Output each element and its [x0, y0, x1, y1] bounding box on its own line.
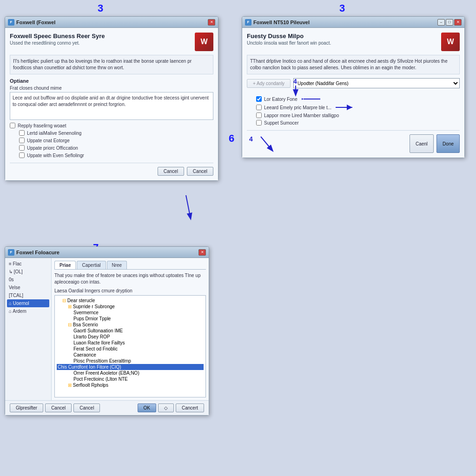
window1-checkgroup: Lertd iaiMalive Senenoling Uppate cnat E…	[19, 130, 213, 158]
window1-check4-label: Uppate priorc Officcation	[27, 145, 78, 151]
window-foxwell: F Foxwell (Foxwel ✕ Foxwell Speec Buness…	[5, 16, 218, 181]
tree-node2-5[interactable]: Caeraonce	[57, 352, 204, 358]
window3-content: ≡ Flac ↳ [OL] 0s Velse [TCAL] ⌂ Uoernol …	[5, 258, 209, 415]
tree-node2-4[interactable]: Ferat Sect od Fnoblic	[57, 346, 204, 352]
tree-node2-3[interactable]: Luaon Racte Ilore Failtys	[57, 340, 204, 346]
window2-caenl-btn[interactable]: Caenl	[410, 134, 434, 153]
tab-priae[interactable]: Priae	[54, 261, 76, 269]
window1-close-btn[interactable]: ✕	[208, 19, 215, 26]
window2-check3[interactable]	[256, 112, 262, 118]
window1-body-text: I'l's hertliplec puliert up tha bo lovei…	[10, 55, 213, 74]
tree-node2-1[interactable]: Gaortl Sultonaation IME	[57, 328, 204, 334]
window3-title-area: F Foxwel Foloacure	[8, 249, 60, 256]
sidebar-item-flac[interactable]: ≡ Flac	[7, 260, 49, 268]
window3-desc: That you make tlne of featore be unaces …	[54, 272, 206, 285]
window2-check2-label: Leeard Emely pric Marpre ble t...	[264, 105, 331, 110]
sidebar-item-uoernol[interactable]: ⌂ Uoernol	[7, 299, 49, 307]
window3-title: Foxwel Foloacure	[16, 250, 60, 255]
window-foxwel-foloacure: F Foxwel Foloacure ✕ ≡ Flac ↳ [OL] 0s Ve…	[5, 246, 209, 416]
svg-text:4: 4	[249, 135, 253, 143]
sidebar-item-0s[interactable]: 0s	[7, 276, 49, 284]
tab-capertial[interactable]: Capertial	[77, 261, 106, 269]
step-number-1: 3	[98, 2, 103, 14]
arrow-w1-buttons	[167, 195, 205, 223]
window1-check2-label: Lertd iaiMalive Senenoling	[27, 131, 81, 136]
window3-icon: F	[8, 249, 14, 256]
window1-check1[interactable]	[10, 123, 15, 128]
window1-cancel2-btn[interactable]: Cancel	[187, 167, 213, 176]
step-number-2: 3	[339, 2, 345, 14]
window2-main-title: Fuesty Dusse Milpo	[247, 33, 331, 40]
tree-node2-8[interactable]: Orrer Freent Aooletor (EBA;NO)	[57, 370, 204, 376]
window3-cancel1-btn[interactable]: Cancel	[45, 403, 72, 412]
sidebar-item-velse[interactable]: Velse	[7, 284, 49, 291]
tree-node1[interactable]: Dear sterucle	[57, 298, 204, 304]
tree-node3[interactable]: Serfloolt Rpholps	[57, 382, 204, 388]
window1-logo: W	[195, 33, 213, 51]
window1-check4[interactable]	[19, 145, 25, 151]
window2-content: Fuesty Dusse Milpo Unctolo iinsola wast …	[242, 28, 464, 158]
window3-diamond-btn[interactable]: ◇	[158, 403, 174, 412]
window2-check1-label: Lor Eatory Fone	[264, 97, 298, 102]
window2-body-text: TThant drlptive Inotico co and hand of d…	[247, 55, 460, 74]
window2-check4[interactable]	[256, 120, 262, 126]
svg-line-6	[261, 137, 272, 151]
tree-node1-1[interactable]: Suprride r Subronge	[57, 304, 204, 310]
tree-node2[interactable]: Bsa Scenrio	[57, 322, 204, 328]
window3-controls: ✕	[198, 249, 206, 256]
tree-node2-2[interactable]: Llrarto Dsey ROP	[57, 334, 204, 340]
window2-title-area: F Foxwell NT510 Pileuvel	[245, 19, 310, 26]
window3-ok-btn[interactable]: OK	[138, 403, 156, 412]
window3-section-label: Laesa Oardial Inngers crnure dryption	[54, 288, 206, 293]
window2-titlebar: F Foxwell NT510 Pileuvel – □ ✕	[242, 17, 464, 28]
window2-check4-row: Suppet Sumocer	[256, 120, 460, 126]
window3-cancert-btn[interactable]: Cancert	[176, 403, 204, 412]
tree-node2-7-selected[interactable]: Chis Currdfont Ion Fitore (CIQ)	[57, 364, 204, 370]
window3-right-buttons: OK ◇ Cancert	[138, 403, 204, 412]
tree-node1-1-1[interactable]: Svermernce	[57, 310, 204, 316]
window1-cancel1-btn[interactable]: Cancel	[158, 167, 184, 176]
window3-main: Priae Capertial Nree That you make tlne …	[52, 258, 209, 400]
svg-text:4: 4	[293, 78, 297, 85]
tab-nree[interactable]: Nree	[107, 261, 127, 269]
window2-max-btn[interactable]: □	[446, 19, 453, 26]
window2-dropdown[interactable]: Upodter (Naddifar Gens)	[293, 78, 460, 88]
window2-subtitle: Unctolo iinsola wast fler fanort win poa…	[247, 40, 331, 46]
window1-check3[interactable]	[19, 138, 25, 143]
window2-logo: W	[441, 33, 460, 51]
window1-check5[interactable]	[19, 152, 25, 158]
arrow-w2-check1	[302, 96, 320, 102]
window1-main-title: Foxwell Speec Buness Reer Syre	[10, 33, 105, 40]
window1-check2[interactable]	[19, 130, 25, 136]
window1-check3-row: Uppate cnat Eotorge	[19, 138, 213, 143]
window2-check2[interactable]	[256, 105, 262, 110]
sidebar-item-ol[interactable]: ↳ [OL]	[7, 268, 49, 276]
window1-options-label: Optiane	[10, 78, 213, 84]
window2-icon: F	[245, 19, 251, 26]
window1-button-row: Cancel Cancel	[10, 163, 213, 176]
window3-gpreafter-btn[interactable]: Glpresifter	[10, 403, 43, 412]
window3-close-btn[interactable]: ✕	[198, 249, 206, 256]
window1-subtitle: Ussed the resedtlining conmo yet.	[10, 40, 105, 46]
window1-titlebar: F Foxwell (Foxwel ✕	[5, 17, 218, 28]
window3-cancel2-btn[interactable]: Cancel	[73, 403, 100, 412]
window3-tabs: Priae Capertial Nree	[54, 261, 206, 270]
tree-node2-6[interactable]: Plosc Pressltiom Eseraltlmp	[57, 358, 204, 364]
window2-check1[interactable]	[256, 96, 262, 102]
sidebar-item-tcal[interactable]: [TCAL]	[7, 291, 49, 299]
tree-node2-9[interactable]: Poct Frectioinc (Llton NTE	[57, 376, 204, 382]
window2-check3-label: Lappor more Lired Marnber stalligpo	[264, 113, 339, 118]
window3-sidebar: ≡ Flac ↳ [OL] 0s Velse [TCAL] ⌂ Uoernol …	[5, 258, 52, 400]
window2-close-btn[interactable]: ✕	[454, 19, 462, 26]
window2-check4-label: Suppet Sumocer	[264, 120, 299, 126]
sidebar-item-ardem[interactable]: ⌂ Ardem	[7, 307, 49, 315]
window1-check5-label: Uppate with Even Seflolingr	[27, 153, 84, 158]
window1-check2-row: Lertd iaiMalive Senenoling	[19, 130, 213, 136]
window1-sub-options-label: Frat closes chound mime	[10, 86, 213, 91]
window3-bottom-buttons: Glpresifter Cancel Cancel OK ◇ Cancert	[5, 400, 209, 415]
window2-check2-row: Leeard Emely pric Marpre ble t...	[256, 104, 460, 111]
tree-node1-1-2[interactable]: Pups Drnior Tpple	[57, 316, 204, 322]
window2-min-btn[interactable]: –	[437, 19, 445, 26]
window3-tree[interactable]: Dear sterucle Suprride r Subronge Sverme…	[54, 295, 206, 397]
window2-done-btn[interactable]: Done	[436, 134, 460, 153]
